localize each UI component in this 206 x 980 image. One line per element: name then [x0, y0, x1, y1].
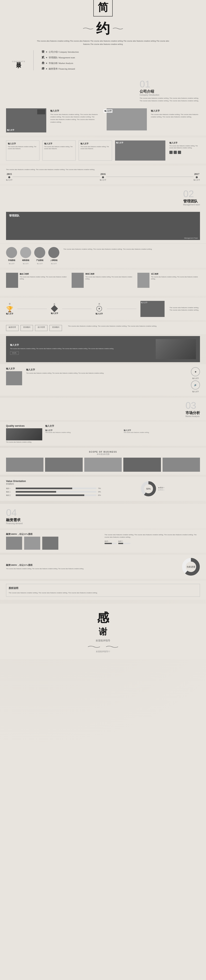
tech-bar1-label: 技术一: [105, 540, 117, 542]
social-icons: [169, 151, 199, 154]
section03-title-block: 03 市场分析 Market Analysis: [185, 401, 200, 417]
company-heading2: 输入文字: [151, 109, 199, 112]
tag1: 融资经理: [6, 325, 19, 331]
slide-equity: 股权说明 The course also features creative w…: [0, 581, 206, 600]
social-icon1[interactable]: [169, 151, 172, 154]
quality-item1: 输入文字 The course also features creative w…: [45, 429, 122, 433]
stat-box1: 输入文字 The course also features creative w…: [6, 140, 40, 161]
role-name3: 输入文字: [37, 262, 43, 265]
qi1-text: The course also features creative writin…: [45, 432, 122, 433]
toc-item-3: 叁 市场分析/ Market Analysis: [42, 61, 79, 65]
toc-text-1: 公司介绍/ Company Introduction: [49, 51, 79, 54]
member-card1: 融合工程师 The course also features creative …: [6, 273, 69, 293]
section02-title-cn: 管理团队: [183, 199, 200, 204]
bottom-spacer: [0, 659, 206, 699]
section01-num: 01: [140, 80, 200, 89]
member-info3: 试工程师 The course also features creative w…: [151, 273, 200, 280]
quality-right-title: 输入文字: [45, 425, 200, 428]
financing-left2: 融资5000W，出让25%股权 The course also features…: [6, 563, 179, 570]
slide-tags: 融资经理 资深顾问 设计经理 资深顾问 The course also feat…: [0, 322, 206, 334]
quality-block: Quality services The course also feature…: [6, 425, 42, 443]
svg-text:当前进度: 当前进度: [187, 566, 195, 568]
role-avatar1: [6, 247, 17, 258]
thanks-waves: [88, 645, 118, 648]
slide-dark-section: 输入文字 The course also features creative w…: [6, 336, 200, 362]
quality-right: 输入文字 输入文字 The course also features creat…: [45, 425, 200, 443]
slide-team-detail: 输入文字 输入文字 The course also features creat…: [0, 364, 206, 396]
bar-fill2: [16, 491, 56, 493]
section04-header: 04 融资需求 Financing demand: [0, 504, 206, 528]
team-photo: 管理团队 Management Team: [6, 212, 200, 240]
toc-title-en: CONTENTS: [12, 60, 26, 62]
scope-img3: [84, 458, 122, 472]
toc-item-2: 贰 管理团队/ Management team: [42, 56, 79, 59]
slide-quality: Quality services The course also feature…: [0, 422, 206, 446]
section03-title-cn: 市场分析: [185, 410, 200, 415]
team-desc: The course also features creative writin…: [62, 247, 200, 265]
company-img2: [107, 108, 147, 130]
timeline-dot2: [102, 176, 104, 178]
member-info1: 融合工程师 The course also features creative …: [20, 273, 69, 280]
timeline-dot3: [196, 176, 198, 178]
section04-title-en: Financing demand: [6, 522, 200, 525]
award-text: The course also features creative writin…: [169, 305, 200, 312]
section01-title-en: Company Introduction: [140, 94, 200, 96]
title-char2: 约: [96, 19, 110, 38]
role-avatar2: [20, 247, 31, 258]
bar-track3: [16, 495, 96, 496]
detail-circles: ◆ 输入文字 🔊 输入文字: [191, 367, 200, 393]
circle1-label: 输入文字: [192, 377, 199, 379]
company-text-block1: 输入文字 The course also features creative w…: [49, 108, 100, 132]
scope-img2: [45, 458, 83, 472]
award-desc: The course also features creative writin…: [169, 307, 199, 311]
member-card3: 试工程师 The course also features creative w…: [137, 273, 200, 293]
financing-desc2: The course also features creative writin…: [6, 568, 179, 570]
slide-financing1: 融资5000W，出让23%股权 The course also features…: [0, 530, 206, 553]
award-line3: [107, 309, 136, 309]
wave-right: [113, 27, 123, 30]
company-text-block3: 输入文字 The course also features creative w…: [168, 140, 200, 161]
thanks-label: 谢: [99, 626, 107, 637]
title-box: 简: [93, 0, 113, 16]
dark-badge: 05.6%: [10, 351, 19, 355]
member-desc2: The course also features creative writin…: [85, 276, 134, 280]
slide-thanks: 感 谢 欢迎批评指导 欢迎批评指导!!!: [0, 604, 206, 659]
pie-legend2: ■ 类别二: [158, 489, 165, 491]
section02-title-block: 02 管理团队 Management team: [183, 189, 200, 206]
slide-team-members: 融合工程师 The course also features creative …: [0, 270, 206, 296]
title-char1: 简: [98, 2, 108, 13]
tag3: 设计经理: [35, 325, 48, 331]
company-img2-label: 输入文字: [104, 109, 112, 113]
quality-sub-items: 输入文字 The course also features creative w…: [45, 429, 200, 433]
social-icon2[interactable]: [174, 151, 177, 154]
wave-left: [83, 27, 93, 30]
award3-label: 输入文字: [96, 313, 103, 315]
team-photo-subtitle: Management Team: [184, 237, 198, 239]
toc-num-1: 壹: [42, 50, 45, 54]
quality-img: [6, 428, 42, 441]
company-text2: The course also features creative writin…: [151, 113, 199, 119]
timeline-subtitle: The course also features creative writin…: [6, 169, 200, 170]
social-icon3[interactable]: [178, 151, 181, 154]
equity-desc: The course also features creative writin…: [9, 592, 197, 594]
team-detail-left: 输入文字: [6, 367, 22, 393]
member-img3: [137, 273, 150, 288]
member-img2: [72, 273, 84, 288]
company-heading3: 输入文字: [169, 142, 199, 144]
financing-amount1: 融资5000W，出让23%股权: [6, 533, 101, 536]
year2-text: 输入文字: [100, 179, 106, 181]
circle2-label: 输入文字: [192, 390, 199, 393]
detail-img1: [6, 371, 22, 385]
role-name1: 输入文字: [9, 262, 14, 265]
team-desc-text: The course also features creative writin…: [63, 248, 199, 251]
scope-subtitle: 本年度业务范围: [6, 453, 200, 456]
year3-text: 输入文字: [193, 179, 200, 181]
dark-desc: The course also features creative writin…: [10, 347, 152, 350]
financing-right1: The course also features creative writin…: [104, 533, 200, 550]
f-img2: [24, 537, 40, 550]
award1-num: 壹: [9, 303, 11, 305]
section02-num: 02: [183, 189, 200, 199]
detail-desc: The course also features creative writin…: [26, 372, 187, 374]
role-title4: 人事部组: [50, 259, 57, 262]
f-img3: [42, 537, 58, 550]
